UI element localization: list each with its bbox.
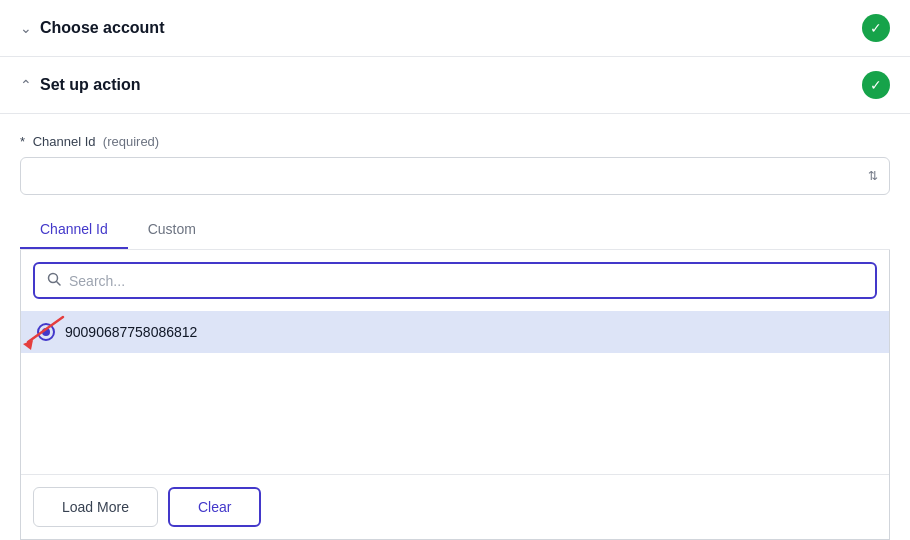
button-row: Load More Clear	[21, 474, 889, 539]
choose-account-check-icon: ✓	[862, 14, 890, 42]
dropdown-panel: 90090687758086812 Load More Clear	[20, 250, 890, 540]
setup-action-check-icon: ✓	[862, 71, 890, 99]
tab-custom[interactable]: Custom	[128, 211, 216, 249]
chevron-down-icon[interactable]: ⌄	[20, 20, 32, 36]
clear-button[interactable]: Clear	[168, 487, 261, 527]
setup-action-section: ⌃ Set up action ✓ * Channel Id (required…	[0, 57, 910, 540]
setup-action-header: ⌃ Set up action ✓	[0, 57, 910, 114]
choose-account-section: ⌄ Choose account ✓	[0, 0, 910, 57]
tab-channel-id[interactable]: Channel Id	[20, 211, 128, 249]
red-arrow-annotation	[21, 312, 73, 352]
required-star: *	[20, 134, 25, 149]
choose-account-title: Choose account	[40, 19, 164, 37]
setup-action-title: Set up action	[40, 76, 140, 94]
tabs: Channel Id Custom	[20, 211, 890, 249]
svg-line-2	[28, 317, 63, 342]
setup-action-left: ⌃ Set up action	[20, 76, 140, 94]
search-icon	[47, 272, 61, 289]
choose-account-left: ⌄ Choose account	[20, 19, 164, 37]
required-text: (required)	[99, 134, 159, 149]
field-name: Channel Id	[33, 134, 96, 149]
channel-id-select[interactable]	[20, 157, 890, 195]
svg-line-1	[57, 282, 61, 286]
list-container: 90090687758086812	[21, 311, 889, 474]
content-area: * Channel Id (required) ⇅ Channel Id	[0, 114, 910, 540]
tabs-container: Channel Id Custom	[20, 211, 890, 250]
list-item-wrapper: 90090687758086812	[21, 311, 889, 353]
search-container	[21, 250, 889, 311]
channel-id-select-wrapper: ⇅	[20, 157, 890, 195]
search-input[interactable]	[69, 273, 863, 289]
chevron-up-icon[interactable]: ⌃	[20, 77, 32, 93]
search-input-wrapper	[33, 262, 877, 299]
list-item[interactable]: 90090687758086812	[21, 311, 889, 353]
load-more-button[interactable]: Load More	[33, 487, 158, 527]
channel-id-label: * Channel Id (required)	[20, 134, 890, 149]
page-container: ⌄ Choose account ✓ ⌃ Set up action ✓ * C…	[0, 0, 910, 540]
list-item-text: 90090687758086812	[65, 324, 197, 340]
